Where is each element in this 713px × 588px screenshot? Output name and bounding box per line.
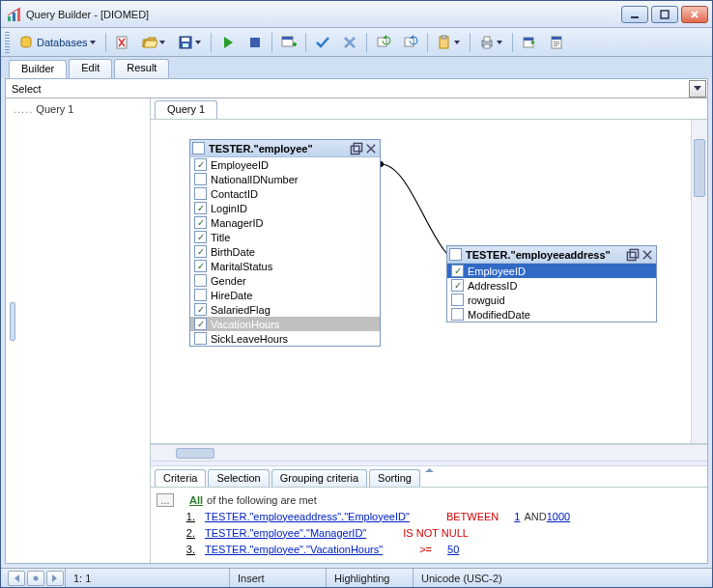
tab-sorting[interactable]: Sorting (369, 469, 420, 487)
table-employeeaddress[interactable]: TESTER."employeeaddress" EmployeeIDAddre… (446, 245, 657, 322)
clear-button[interactable] (110, 32, 135, 53)
column-checkbox[interactable] (194, 173, 207, 185)
stop-button[interactable] (242, 32, 268, 53)
column-checkbox[interactable] (194, 245, 207, 258)
criteria-field[interactable]: TESTER."employeeaddress"."EmployeeID" (205, 511, 410, 522)
tab-result[interactable]: Result (114, 59, 169, 78)
canvas-vscrollbar[interactable] (691, 120, 707, 443)
column-BirthDate[interactable]: BirthDate (190, 244, 380, 259)
criteria-value[interactable]: 1000 (547, 511, 570, 522)
toolbar-grip[interactable] (5, 32, 10, 53)
cancel-button[interactable] (337, 32, 362, 53)
column-EmployeeID[interactable]: EmployeeID (190, 157, 380, 172)
paste-button[interactable] (432, 32, 466, 53)
refresh-1-button[interactable] (371, 32, 396, 53)
tab-selection[interactable]: Selection (208, 469, 269, 487)
column-MaritalStatus[interactable]: MaritalStatus (190, 259, 380, 273)
criteria-value[interactable]: 50 (447, 544, 459, 555)
criteria-number[interactable]: 1. (174, 511, 199, 522)
column-checkbox[interactable] (194, 274, 207, 287)
diagram-canvas[interactable]: TESTER."employee" EmployeeIDNationalIDNu… (151, 120, 707, 444)
tab-grouping[interactable]: Grouping criteria (271, 469, 367, 487)
add-table-button[interactable] (276, 32, 301, 53)
svg-rect-30 (354, 143, 361, 151)
criteria-all[interactable]: All (189, 494, 203, 506)
criteria-value[interactable]: 1 (514, 511, 520, 522)
column-LoginID[interactable]: LoginID (190, 201, 380, 215)
refresh-2-button[interactable] (398, 32, 423, 53)
vsplit-handle[interactable] (10, 302, 15, 341)
select-all-checkbox[interactable] (192, 142, 205, 154)
column-SalariedFlag[interactable]: SalariedFlag (190, 302, 380, 317)
column-ContactID[interactable]: ContactID (190, 186, 380, 201)
maximize-button[interactable] (651, 6, 678, 23)
column-checkbox[interactable] (194, 158, 207, 171)
query-tab-1[interactable]: Query 1 (155, 100, 217, 119)
column-Gender[interactable]: Gender (190, 273, 380, 288)
close-icon[interactable] (641, 248, 654, 262)
canvas-hscrollbar[interactable] (151, 444, 707, 461)
criteria-number[interactable]: 2. (174, 527, 199, 539)
save-button[interactable] (173, 32, 207, 53)
export-button[interactable] (517, 32, 542, 53)
folder-open-icon (142, 35, 157, 50)
column-Title[interactable]: Title (190, 230, 380, 244)
open-button[interactable] (137, 32, 171, 53)
restore-icon[interactable] (350, 142, 363, 155)
column-VacationHours[interactable]: VacationHours (190, 317, 380, 331)
column-checkbox[interactable] (451, 265, 464, 277)
svg-rect-23 (552, 37, 561, 40)
print-button[interactable] (474, 32, 508, 53)
column-checkbox[interactable] (194, 231, 207, 243)
nav-next-button[interactable] (46, 571, 64, 586)
criteria-operator[interactable]: BETWEEN (446, 511, 499, 522)
column-checkbox[interactable] (194, 187, 207, 200)
check-button[interactable] (310, 32, 335, 53)
restore-icon[interactable] (626, 248, 640, 262)
select-all-checkbox[interactable] (449, 248, 462, 261)
criteria-number[interactable]: 3. (174, 544, 199, 555)
select-dropdown[interactable] (689, 80, 706, 98)
column-EmployeeID[interactable]: EmployeeID (447, 264, 656, 278)
criteria-operator[interactable]: IS NOT NULL (403, 527, 469, 539)
nav-prev-button[interactable] (27, 571, 44, 586)
criteria-operator[interactable]: >= (419, 544, 432, 555)
column-checkbox[interactable] (194, 216, 207, 229)
databases-button[interactable]: Databases (14, 32, 101, 53)
nav-first-button[interactable] (8, 571, 25, 586)
column-SickLeaveHours[interactable]: SickLeaveHours (190, 331, 380, 346)
hsplitter[interactable] (151, 461, 707, 466)
table-employee[interactable]: TESTER."employee" EmployeeIDNationalIDNu… (189, 139, 381, 347)
close-button[interactable] (681, 6, 708, 23)
column-ModifiedDate[interactable]: ModifiedDate (447, 307, 656, 322)
column-rowguid[interactable]: rowguid (447, 293, 656, 307)
run-button[interactable] (215, 32, 241, 53)
column-checkbox[interactable] (451, 294, 464, 306)
close-icon[interactable] (364, 142, 378, 155)
column-AddressID[interactable]: AddressID (447, 278, 656, 293)
column-HireDate[interactable]: HireDate (190, 288, 380, 302)
criteria-field[interactable]: TESTER."employee"."ManagerID" (205, 527, 366, 539)
column-checkbox[interactable] (194, 260, 207, 272)
column-checkbox[interactable] (194, 303, 207, 316)
export-icon (522, 35, 537, 50)
column-checkbox[interactable] (194, 318, 207, 330)
column-ManagerID[interactable]: ManagerID (190, 215, 380, 230)
tree-item-query1[interactable]: ..... Query 1 (8, 102, 148, 116)
report-button[interactable] (544, 32, 569, 53)
criteria-options-button[interactable]: ... (157, 493, 174, 507)
column-checkbox[interactable] (451, 308, 464, 321)
minimize-button[interactable] (621, 6, 648, 23)
tab-builder[interactable]: Builder (9, 60, 67, 79)
table-header[interactable]: TESTER."employee" (190, 140, 380, 157)
table-header[interactable]: TESTER."employeeaddress" (447, 246, 656, 264)
criteria-row: 1.TESTER."employeeaddress"."EmployeeID"B… (157, 508, 701, 524)
column-checkbox[interactable] (451, 279, 464, 292)
criteria-field[interactable]: TESTER."employee"."VacationHours" (205, 544, 383, 555)
tab-edit[interactable]: Edit (69, 59, 112, 78)
tab-criteria[interactable]: Criteria (155, 469, 206, 487)
column-checkbox[interactable] (194, 202, 207, 214)
column-checkbox[interactable] (194, 289, 207, 301)
column-NationalIDNumber[interactable]: NationalIDNumber (190, 172, 380, 186)
column-checkbox[interactable] (194, 332, 207, 345)
